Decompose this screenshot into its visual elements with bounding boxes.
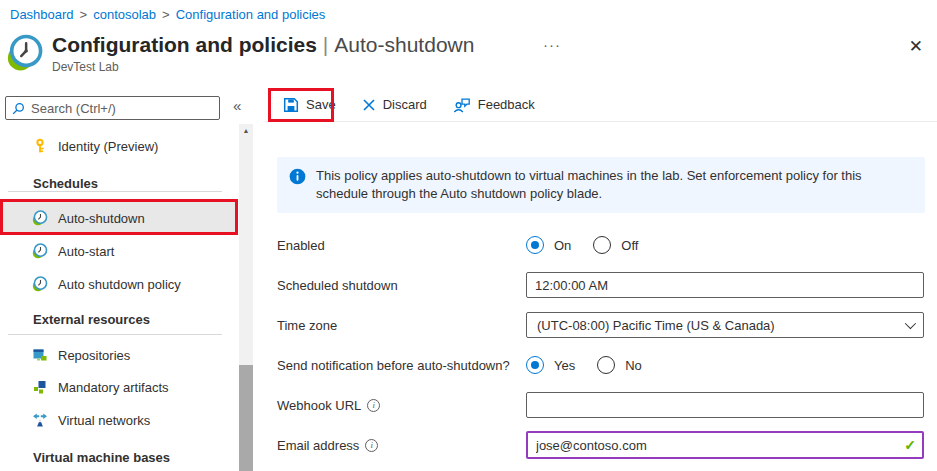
feedback-icon xyxy=(453,97,471,113)
sidebar-item-repositories[interactable]: Repositories xyxy=(0,339,238,371)
enabled-off-label[interactable]: Off xyxy=(621,238,638,253)
enabled-radio-group: On Off xyxy=(526,236,924,254)
sidebar-item-virtual-networks[interactable]: Virtual networks xyxy=(0,404,238,436)
time-zone-value: (UTC-08:00) Pacific Time (US & Canada) xyxy=(537,318,775,333)
sidebar-item-identity-preview[interactable]: Identity (Preview) xyxy=(0,130,238,162)
info-icon xyxy=(289,168,306,185)
blade-title: Auto-shutdown xyxy=(334,33,474,56)
send-notification-label: Send notification before auto-shutdown? xyxy=(277,358,526,373)
scroll-up-icon[interactable]: ▲ xyxy=(239,127,253,134)
sidebar-scrollbar[interactable]: ▲ xyxy=(239,124,253,471)
discard-x-icon xyxy=(362,98,376,112)
sidebar-item-label: Auto-shutdown xyxy=(58,211,145,226)
sidebar-item-label: Auto-start xyxy=(58,244,114,259)
collapse-sidebar-icon[interactable]: « xyxy=(233,97,241,114)
notification-yes-radio[interactable] xyxy=(526,356,544,374)
send-notification-radio-group: Yes No xyxy=(526,356,924,374)
auto-shutdown-form: Enabled On Off Scheduled shutdown Time z… xyxy=(277,225,937,465)
webhook-url-row: Webhook URL i xyxy=(277,385,937,425)
page-header: Configuration and policies|Auto-shutdown… xyxy=(52,33,474,74)
main-content: Save Discard Feedback xyxy=(265,88,937,471)
sidebar: « Identity (Preview) Schedules xyxy=(0,90,256,471)
email-address-row: Email address i ✓ xyxy=(277,425,937,465)
time-zone-select[interactable]: (UTC-08:00) Pacific Time (US & Canada) xyxy=(526,312,924,338)
sidebar-item-label: Repositories xyxy=(58,348,130,363)
sidebar-item-mandatory-artifacts[interactable]: Mandatory artifacts xyxy=(0,371,238,403)
discard-label: Discard xyxy=(383,97,427,112)
sidebar-item-label: Virtual networks xyxy=(58,413,150,428)
save-icon xyxy=(283,97,299,113)
close-icon[interactable]: ✕ xyxy=(909,36,923,57)
enabled-label: Enabled xyxy=(277,238,526,253)
email-info-icon[interactable]: i xyxy=(365,439,378,452)
resource-type-label: DevTest Lab xyxy=(52,60,474,74)
notification-no-radio[interactable] xyxy=(597,356,615,374)
sidebar-section-external-resources: External resources xyxy=(33,312,150,327)
sidebar-item-auto-shutdown[interactable]: Auto-shutdown xyxy=(0,202,238,234)
scrollbar-thumb[interactable] xyxy=(239,365,253,471)
time-zone-row: Time zone (UTC-08:00) Pacific Time (US &… xyxy=(277,305,937,345)
artifacts-icon xyxy=(32,379,48,395)
breadcrumb-dashboard[interactable]: Dashboard xyxy=(10,7,74,22)
valid-check-icon: ✓ xyxy=(904,437,916,453)
clock-icon xyxy=(32,210,48,226)
time-zone-label: Time zone xyxy=(277,318,526,333)
feedback-button[interactable]: Feedback xyxy=(453,97,535,113)
devtest-lab-clock-icon xyxy=(6,34,44,72)
search-icon xyxy=(12,102,25,115)
title-separator: | xyxy=(323,33,328,56)
feedback-label: Feedback xyxy=(478,97,535,112)
scheduled-shutdown-label: Scheduled shutdown xyxy=(277,278,526,293)
email-address-label: Email address xyxy=(277,438,359,453)
discard-button[interactable]: Discard xyxy=(362,97,427,112)
network-icon xyxy=(32,412,48,428)
enabled-on-radio[interactable] xyxy=(526,236,544,254)
breadcrumb: Dashboard>contosolab>Configuration and p… xyxy=(10,7,325,22)
enabled-off-radio[interactable] xyxy=(593,236,611,254)
webhook-info-icon[interactable]: i xyxy=(367,399,380,412)
sidebar-section-schedules: Schedules xyxy=(33,176,98,191)
breadcrumb-configuration-and-policies[interactable]: Configuration and policies xyxy=(176,7,326,22)
search-input[interactable] xyxy=(31,101,213,116)
webhook-url-input[interactable] xyxy=(526,392,924,418)
sidebar-item-label: Identity (Preview) xyxy=(58,139,158,154)
sidebar-item-auto-start[interactable]: Auto-start xyxy=(0,235,238,267)
divider xyxy=(8,191,222,192)
enabled-on-label[interactable]: On xyxy=(554,238,571,253)
sidebar-item-auto-shutdown-policy[interactable]: Auto shutdown policy xyxy=(0,268,238,300)
breadcrumb-contosolab[interactable]: contosolab xyxy=(93,7,156,22)
notification-no-label[interactable]: No xyxy=(625,358,642,373)
save-label: Save xyxy=(306,97,336,112)
clock-icon xyxy=(32,276,48,292)
notification-yes-label[interactable]: Yes xyxy=(554,358,575,373)
repository-icon xyxy=(32,347,48,363)
clock-icon xyxy=(32,243,48,259)
sidebar-item-label: Mandatory artifacts xyxy=(58,380,169,395)
chevron-down-icon xyxy=(905,318,916,329)
webhook-url-label: Webhook URL xyxy=(277,398,361,413)
scheduled-shutdown-input[interactable] xyxy=(526,272,924,298)
info-banner: This policy applies auto-shutdown to vir… xyxy=(277,157,925,213)
auto-shutdown-blade: Dashboard>contosolab>Configuration and p… xyxy=(0,0,937,471)
command-bar: Save Discard Feedback xyxy=(265,88,937,122)
enabled-row: Enabled On Off xyxy=(277,225,937,265)
divider xyxy=(8,334,222,335)
sidebar-search xyxy=(5,96,220,120)
info-banner-text: This policy applies auto-shutdown to vir… xyxy=(316,167,913,203)
scheduled-shutdown-row: Scheduled shutdown xyxy=(277,265,937,305)
email-address-input[interactable] xyxy=(526,431,924,459)
save-button[interactable]: Save xyxy=(283,97,336,113)
breadcrumb-separator: > xyxy=(162,7,170,22)
page-title: Configuration and policies xyxy=(52,33,317,56)
sidebar-item-label: Auto shutdown policy xyxy=(58,277,181,292)
key-icon xyxy=(32,138,48,154)
send-notification-row: Send notification before auto-shutdown? … xyxy=(277,345,937,385)
breadcrumb-separator: > xyxy=(80,7,88,22)
more-options-icon[interactable]: ··· xyxy=(543,36,561,53)
sidebar-section-virtual-machine-bases: Virtual machine bases xyxy=(33,450,170,465)
